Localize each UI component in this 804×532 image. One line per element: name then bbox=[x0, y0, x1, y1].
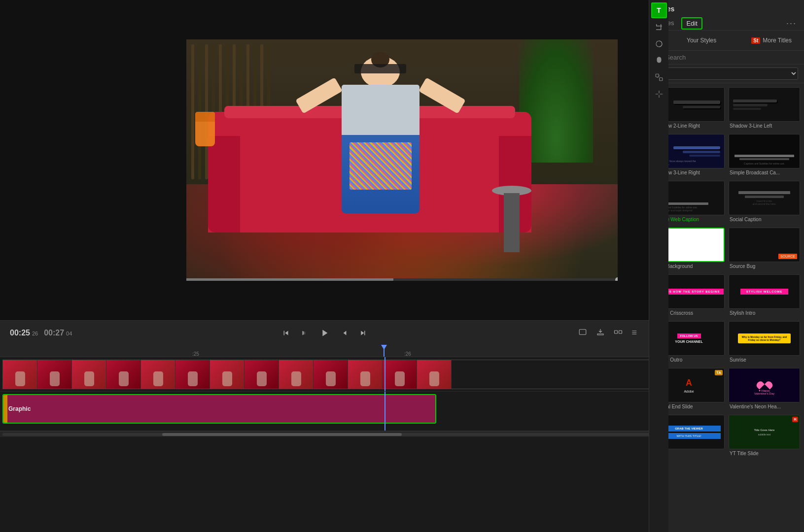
fit-frame-button[interactable] bbox=[576, 326, 589, 340]
title-label-shadow3lineleft: Shadow 3-Line Left bbox=[729, 122, 800, 130]
title-item-shadow3lineleft[interactable]: Shadow 3-Line Left bbox=[729, 87, 800, 130]
transform-sidebar-button[interactable] bbox=[651, 69, 667, 85]
r-badge: R bbox=[792, 417, 798, 422]
ta-badge: TA bbox=[715, 370, 723, 375]
title-item-stylishintro[interactable]: STYLISH WELCOME Stylish Intro bbox=[729, 274, 800, 317]
title-label-socialcaption: Social Caption bbox=[729, 215, 800, 224]
title-label-simplebroadcastca: Simple Broadcast Ca... bbox=[729, 168, 800, 177]
titles-grid: Shadow 2-Line Right Shadow 3-Line Left bbox=[649, 83, 804, 532]
panel-header: Titles Styles Edit ··· bbox=[649, 0, 804, 31]
audio-sidebar-button[interactable] bbox=[651, 53, 667, 68]
title-item-valentinesneonhea[interactable]: ♥ HappyValentine's Day Valentine's Neon … bbox=[729, 368, 800, 411]
title-label-yttitleslide: YT Title Slide bbox=[729, 449, 800, 458]
title-item-sunrise[interactable]: Why is Monday so far from Friday, and Fr… bbox=[729, 321, 800, 364]
titles-sidebar-button[interactable]: T bbox=[651, 2, 667, 18]
stitch-sidebar-button[interactable] bbox=[651, 86, 667, 102]
ruler-mark-25: :25 bbox=[192, 351, 199, 357]
panel-dots[interactable]: ··· bbox=[786, 18, 797, 29]
title-item-socialcaption[interactable]: Insert first lineand second line here. S… bbox=[729, 181, 800, 224]
tab-edit[interactable]: Edit bbox=[681, 17, 702, 30]
panel-tabs: Styles Edit ··· bbox=[657, 17, 797, 30]
right-sidebar: T bbox=[649, 0, 668, 532]
title-label-sourcebug: Source Bug bbox=[729, 262, 800, 270]
ruler-mark-26: :26 bbox=[404, 351, 411, 357]
svg-rect-0 bbox=[580, 330, 587, 335]
svg-rect-1 bbox=[615, 331, 618, 333]
svg-rect-2 bbox=[619, 331, 622, 333]
titles-panel: Titles Styles Edit ··· Your Styles St Mo… bbox=[649, 0, 804, 532]
graphic-clip[interactable]: Graphic bbox=[2, 394, 436, 424]
video-preview bbox=[186, 39, 618, 281]
transport-right: ≡ bbox=[576, 326, 639, 340]
time-display: 00:25 26 00:27 04 bbox=[10, 329, 72, 337]
step-back-button[interactable] bbox=[298, 327, 311, 339]
export-button[interactable] bbox=[594, 326, 607, 340]
svg-rect-5 bbox=[659, 78, 662, 81]
crop-sidebar-button[interactable] bbox=[651, 19, 667, 35]
panel-title: Titles bbox=[657, 5, 797, 13]
clip-left-handle[interactable] bbox=[3, 395, 7, 423]
current-time: 00:25 bbox=[10, 329, 30, 337]
graphic-clip-label: Graphic bbox=[8, 405, 31, 412]
search-input[interactable] bbox=[665, 54, 798, 61]
transport-bar: 00:25 26 00:27 04 bbox=[0, 320, 649, 345]
search-bar: 🔍 bbox=[649, 51, 804, 65]
duration-time: 00:27 bbox=[44, 329, 64, 337]
overflow-button[interactable]: ≡ bbox=[629, 326, 639, 340]
title-item-sourcebug[interactable]: SOURCE Source Bug bbox=[729, 228, 800, 270]
title-label-sunrise: Sunrise bbox=[729, 356, 800, 364]
more-titles-label: More Titles bbox=[763, 37, 792, 44]
skip-to-end-button[interactable] bbox=[356, 327, 369, 339]
styles-subtitle-row: Your Styles St More Titles bbox=[649, 31, 804, 51]
filter-select[interactable]: All bbox=[655, 67, 798, 80]
more-titles-button[interactable]: St More Titles bbox=[746, 34, 797, 46]
st-badge: St bbox=[751, 37, 760, 44]
settings-button[interactable] bbox=[612, 326, 625, 340]
filter-row: All bbox=[649, 65, 804, 83]
title-item-simplebroadcastca[interactable]: Captions and Subtitles for online use. S… bbox=[729, 134, 800, 177]
skip-to-start-button[interactable] bbox=[280, 327, 292, 339]
current-frames: 26 bbox=[32, 331, 38, 336]
step-forward-button[interactable] bbox=[338, 327, 350, 339]
title-label-valentinesneonhea: Valentine's Neon Hea... bbox=[729, 402, 800, 411]
duration-frames: 04 bbox=[66, 331, 72, 336]
your-styles-button[interactable]: Your Styles bbox=[657, 34, 746, 46]
transport-controls bbox=[79, 326, 569, 340]
title-item-yttitleslide[interactable]: Title Goes Here subtitle text R YT Title… bbox=[729, 415, 800, 458]
effects-sidebar-button[interactable] bbox=[651, 36, 667, 52]
title-label-stylishintro: Stylish Intro bbox=[729, 309, 800, 317]
svg-rect-4 bbox=[656, 74, 659, 77]
play-button[interactable] bbox=[317, 326, 332, 340]
